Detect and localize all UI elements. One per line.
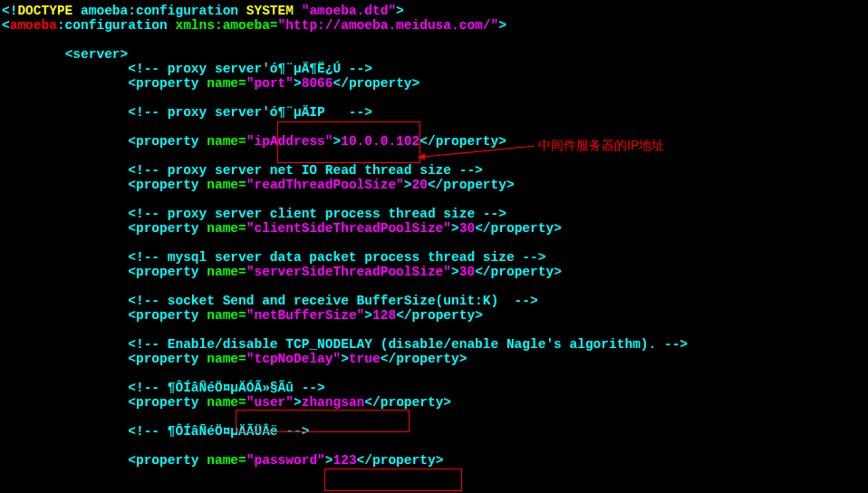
blank [2,120,868,134]
blank [2,279,868,294]
prop-client: <property name="clientSideThreadPoolSize… [2,221,868,236]
value-pass: 123 [333,453,357,468]
prop-port: <property name="port">8066</property> [2,76,868,91]
root-elem-open: <amoeba:configuration xmlns:amoeba="http… [2,18,868,33]
comment-port: <!-- proxy server'ó¶¨µÄ¶Ë¿Ú --> [2,62,868,76]
comment-client: <!-- proxy server client process thread … [2,207,868,221]
comment-server: <!-- mysql server data packet process th… [2,250,868,265]
blank [2,323,868,337]
comment-ip: <!-- proxy server'ó¶¨µÄIP --> [2,105,868,120]
blank [2,149,868,163]
prop-user: <property name="user">zhangsan</property… [2,395,868,410]
blank [2,366,868,381]
blank [2,91,868,105]
blank [2,192,868,207]
annotation-ip: 中间件服务器的IP地址 [538,138,664,152]
prop-pass: <property name="password">123</property> [2,453,868,468]
prop-buf: <property name="netBufferSize">128</prop… [2,308,868,323]
blank [2,410,868,424]
prop-ip: <property name="ipAddress">10.0.0.102</p… [2,134,868,149]
value-read: 20 [412,178,428,192]
highlight-box-pass [324,469,462,491]
comment-socket: <!-- socket Send and receive BufferSize(… [2,294,868,308]
blank [2,439,868,453]
value-user: zhangsan [302,395,365,410]
value-buf: 128 [372,308,396,323]
doctype-line: <!DOCTYPE amoeba:configuration SYSTEM "a… [2,4,868,18]
comment-read: <!-- proxy server net IO Read thread siz… [2,163,868,178]
comment-user: <!-- ¶ÔÍâÑéÖ¤µÄÓÃ»§Ãû --> [2,381,868,395]
prop-nodelay: <property name="tcpNoDelay">true</proper… [2,352,868,366]
prop-server: <property name="serverSideThreadPoolSize… [2,265,868,279]
server-open: <server> [2,47,868,62]
comment-pass: <!-- ¶ÔÍâÑéÖ¤µÄÃÜÂë --> [2,424,868,439]
prop-read: <property name="readThreadPoolSize">20</… [2,178,868,192]
blank [2,236,868,250]
value-nodelay: true [349,352,381,366]
comment-nagle: <!-- Enable/disable TCP_NODELAY (disable… [2,337,868,352]
value-port: 8066 [302,76,333,91]
value-client: 30 [459,221,475,236]
blank [2,33,868,47]
value-srv: 30 [459,265,475,279]
value-ip: 10.0.0.102 [341,134,420,149]
